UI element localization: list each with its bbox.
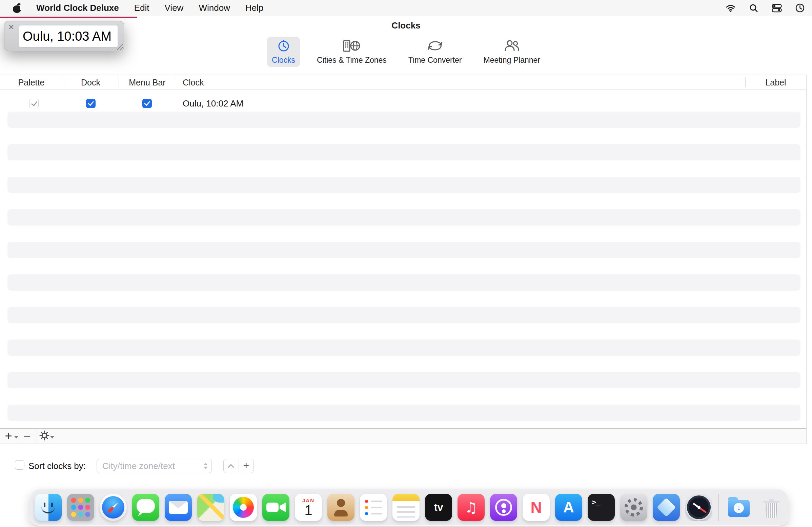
- remove-clock-button[interactable]: −: [20, 429, 34, 444]
- column-divider: [119, 77, 119, 87]
- dock-icon-podcasts[interactable]: [490, 494, 517, 521]
- sort-order-value: City/time zone/text: [102, 461, 175, 471]
- empty-row: [0, 112, 812, 128]
- sort-clocks-checkbox[interactable]: [15, 460, 25, 470]
- tab-clocks[interactable]: Clocks: [267, 37, 300, 67]
- empty-row: [0, 372, 812, 388]
- palette-close-icon[interactable]: ×: [9, 22, 14, 32]
- column-divider: [63, 77, 63, 87]
- tab-time-converter[interactable]: Time Converter: [403, 37, 467, 67]
- dock-checkbox[interactable]: [86, 99, 96, 108]
- dropdown-stepper-icon: [204, 463, 208, 469]
- empty-row: [0, 356, 812, 372]
- chevron-down-icon: [50, 436, 54, 439]
- empty-row: [0, 128, 812, 144]
- gear-icon: [39, 430, 49, 442]
- wifi-icon[interactable]: [726, 4, 736, 12]
- sort-order-dropdown[interactable]: City/time zone/text: [97, 459, 212, 473]
- column-divider: [176, 77, 176, 87]
- menu-app-name[interactable]: World Clock Deluxe: [36, 3, 119, 13]
- dock-icon-settings[interactable]: [620, 494, 647, 521]
- table-right-edge: [806, 75, 807, 444]
- empty-row: [0, 404, 812, 421]
- dock-icon-appstore[interactable]: A: [555, 494, 582, 521]
- spotlight-search-icon[interactable]: [749, 4, 758, 13]
- dock-icon-finder[interactable]: [34, 494, 62, 521]
- dock-icon-messages[interactable]: [132, 494, 159, 521]
- empty-row: [0, 388, 812, 404]
- dock: JAN1tv♫NA>_: [30, 489, 788, 526]
- tab-label: Clocks: [272, 56, 295, 65]
- dock-icon-worldclock[interactable]: [685, 494, 712, 521]
- tab-label: Cities & Time Zones: [317, 56, 387, 65]
- chevron-up-icon: [228, 464, 234, 470]
- empty-row: [0, 274, 812, 290]
- clock-table-body: Oulu, 10:02 AM: [0, 90, 812, 421]
- empty-row: [0, 160, 812, 177]
- column-header-dock[interactable]: Dock: [63, 75, 119, 90]
- empty-row: [0, 290, 812, 307]
- dock-icon-tv[interactable]: tv: [425, 494, 452, 521]
- divider: [55, 429, 55, 444]
- dock-icon-safari[interactable]: [100, 494, 127, 521]
- tab-label: Time Converter: [408, 56, 462, 65]
- dock-icon-calendar[interactable]: JAN1: [295, 494, 322, 521]
- dock-icon-downloads[interactable]: [725, 494, 752, 521]
- menu-window[interactable]: Window: [199, 3, 230, 13]
- dock-icon-blueapp[interactable]: [653, 494, 680, 521]
- dock-icon-contacts[interactable]: [328, 494, 354, 521]
- sort-direction-controls: +: [223, 459, 254, 473]
- dock-icon-terminal[interactable]: >_: [588, 494, 615, 521]
- move-up-button[interactable]: [224, 459, 238, 473]
- clock-palette-window[interactable]: × Oulu, 10:03 AM: [4, 21, 124, 51]
- dock-icon-launchpad[interactable]: [67, 494, 94, 521]
- list-control-bar: + −: [0, 428, 806, 444]
- empty-row: [0, 258, 812, 274]
- dock-icon-news[interactable]: N: [523, 494, 550, 521]
- dock-icon-facetime[interactable]: [262, 494, 289, 521]
- dock-separator: [719, 494, 719, 521]
- dock-icon-notes[interactable]: [392, 494, 420, 521]
- empty-row: [0, 323, 812, 340]
- empty-row: [0, 226, 812, 242]
- clock-cell-text: Oulu, 10:02 AM: [183, 95, 243, 112]
- dock-icon-maps[interactable]: [197, 494, 224, 521]
- palette-checkbox[interactable]: [29, 99, 39, 108]
- chevron-down-icon: [14, 436, 18, 439]
- clock-table-header: Palette Dock Menu Bar Clock Label: [0, 75, 806, 90]
- menu-bar-checkbox[interactable]: [142, 99, 152, 108]
- dock-icon-trash[interactable]: [758, 494, 785, 521]
- dock-icon-mail[interactable]: [165, 494, 192, 521]
- control-center-icon[interactable]: [772, 4, 782, 13]
- apple-menu-icon[interactable]: [13, 3, 21, 13]
- empty-row: [0, 177, 812, 193]
- dock-icon-music[interactable]: ♫: [458, 494, 484, 521]
- clock-icon: [277, 39, 290, 54]
- tab-cities-time-zones[interactable]: Cities & Time Zones: [312, 37, 392, 67]
- menubar-clock-icon[interactable]: [795, 3, 804, 13]
- menu-bar-status-area: [726, 3, 804, 13]
- sort-clocks-label: Sort clocks by:: [28, 461, 86, 471]
- buildings-globe-icon: [342, 39, 361, 54]
- menu-view[interactable]: View: [165, 3, 184, 13]
- menu-bar: World Clock Deluxe Edit View Window Help: [0, 0, 812, 16]
- column-header-clock[interactable]: Clock: [183, 75, 204, 90]
- menu-help[interactable]: Help: [245, 3, 263, 13]
- palette-clock-display[interactable]: Oulu, 10:03 AM: [19, 25, 118, 47]
- tab-meeting-planner[interactable]: Meeting Planner: [478, 37, 545, 67]
- empty-row: [0, 144, 812, 160]
- empty-row: [0, 340, 812, 356]
- sort-add-button[interactable]: +: [238, 459, 254, 473]
- tab-label: Meeting Planner: [483, 56, 540, 65]
- column-header-label[interactable]: Label: [745, 75, 806, 90]
- column-header-palette[interactable]: Palette: [0, 75, 63, 90]
- empty-row: [0, 209, 812, 226]
- empty-row: [0, 307, 812, 323]
- dock-icon-reminders[interactable]: [360, 494, 387, 521]
- dock-icon-photos[interactable]: [230, 494, 257, 521]
- menu-edit[interactable]: Edit: [134, 3, 149, 13]
- people-icon: [503, 39, 521, 54]
- clock-row-oulu[interactable]: Oulu, 10:02 AM: [0, 95, 812, 112]
- column-header-menu-bar[interactable]: Menu Bar: [119, 75, 176, 90]
- circular-arrows-icon: [426, 39, 444, 54]
